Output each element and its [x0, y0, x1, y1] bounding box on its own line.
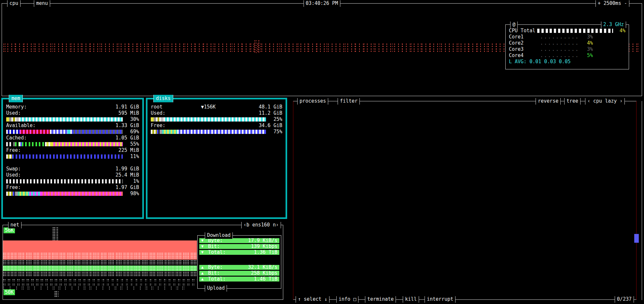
interrupt-button[interactable]: interrupt	[425, 296, 455, 303]
meter-row: 1%	[6, 178, 139, 184]
core-percent: 3%	[579, 34, 593, 40]
stat-value: 1.05 GiB	[116, 135, 139, 141]
core-row: Core3..........3%	[509, 46, 625, 52]
core-percent: 3%	[579, 46, 593, 52]
usage-meter	[6, 192, 123, 196]
meter-segment	[6, 154, 12, 159]
upload-graph-fill	[3, 266, 197, 271]
core-label: Core4	[509, 52, 540, 59]
speed-label: Total:	[208, 277, 226, 282]
upload-graph-cluster	[54, 291, 59, 297]
core-meter-dots: ..........	[540, 46, 579, 52]
core-label: Core2	[509, 40, 540, 46]
core-label: Core3	[509, 46, 540, 52]
meter-row: 69%	[6, 129, 139, 135]
cpu-usage-graph-spike	[254, 40, 260, 53]
memory-stats: Memory:1.91 GiBUsed:595 MiB30%Available:…	[6, 104, 139, 197]
stat-row: Free:1.97 GiB	[6, 184, 139, 191]
meter-percent: 55%	[125, 141, 139, 147]
meter-segment	[151, 130, 157, 134]
download-graph-fill	[3, 240, 197, 260]
kill-button[interactable]: kill	[403, 296, 419, 303]
upload-speed-row: ▲Byte:32.1 KiB/s	[199, 265, 279, 270]
io-activity: ▼156K	[201, 104, 216, 110]
stat-label: Used:	[6, 172, 21, 178]
network-box-title[interactable]: net	[8, 222, 21, 228]
meter-segment	[15, 142, 19, 146]
stat-value: 25.4 MiB	[116, 172, 139, 178]
stat-value: 225 MiB	[119, 147, 139, 153]
filter-button[interactable]: filter	[338, 98, 360, 105]
meter-segment	[72, 130, 123, 134]
meter-percent: 69%	[125, 129, 139, 135]
disks-stats: root▼156K48.1 GiBUsed:11.2 GiB25%Free:34…	[151, 104, 282, 135]
usage-meter	[151, 130, 266, 134]
meter-segment	[156, 117, 161, 122]
stat-value: 1.97 GiB	[116, 184, 139, 191]
cpu-total-percent: 4%	[616, 28, 625, 34]
stat-label: Free:	[6, 184, 21, 191]
meter-row: 55%	[6, 141, 139, 147]
stat-label: root	[151, 104, 162, 110]
stat-label: Used:	[6, 110, 21, 116]
core-percent: 5%	[579, 52, 593, 59]
menu-button[interactable]: menu	[34, 0, 50, 7]
disks-box-title[interactable]: disks	[153, 95, 173, 102]
network-graph-area: 56K 50K Download Upload ▼Byte:17.9 KiB/s…	[3, 225, 283, 299]
graph-braille-row-1	[3, 260, 197, 265]
speed-value: 258 Kibps	[251, 271, 277, 276]
meter-segment	[67, 130, 70, 134]
usage-meter	[6, 117, 123, 122]
process-list-scrollbar-thumb[interactable]	[634, 234, 639, 243]
stat-label: Swap:	[6, 166, 21, 172]
meter-segment	[151, 117, 154, 122]
core-row: Core4..........5%	[509, 52, 625, 59]
speed-value: 1.46 TiB	[254, 277, 277, 282]
download-arrow-icon: ▼	[201, 244, 208, 249]
load-average: L AVG: 0.01 0.03 0.05	[509, 59, 625, 65]
speed-label: Byte:	[208, 265, 223, 270]
meter-segment	[12, 154, 123, 159]
stat-row: Memory:1.91 GiB	[6, 104, 139, 110]
stat-row: Free:34.6 GiB	[151, 123, 282, 129]
stat-label: Free:	[151, 123, 165, 129]
tree-view-button[interactable]: tree	[564, 98, 581, 105]
tab-cpu[interactable]: cpu	[7, 0, 21, 7]
network-interface-switcher[interactable]: ‹b ens160 n›	[241, 222, 281, 228]
upload-arrow-icon: ▲	[201, 277, 208, 282]
speed-value: 1.36 TiB	[254, 250, 277, 255]
reverse-sort-button[interactable]: reverse	[536, 98, 561, 105]
net-speed-panel: Download Upload ▼Byte:17.9 KiB/s▼Bit:139…	[197, 235, 281, 289]
stat-row: Used:25.4 MiB	[6, 172, 139, 178]
select-process-control[interactable]: ↑ select ↓	[296, 296, 329, 303]
download-speed-row: ▼Byte:17.9 KiB/s	[199, 238, 279, 243]
stat-row: Free:225 MiB	[6, 147, 139, 153]
stat-row	[6, 160, 139, 166]
meter-segment	[19, 117, 123, 122]
speed-label: Bit:	[208, 271, 220, 276]
meter-row: 98%	[6, 191, 139, 197]
meter-segment	[6, 192, 13, 196]
tab-processes[interactable]: processes	[297, 98, 328, 105]
process-info-button[interactable]: info □	[336, 296, 358, 303]
speed-value: 32.1 KiB/s	[248, 265, 277, 270]
sort-column-selector[interactable]: ‹ cpu lazy ›	[585, 98, 625, 105]
meter-row: 25%	[151, 116, 282, 123]
process-counter: 0/237	[615, 296, 634, 303]
download-arrow-icon: ▼	[201, 250, 208, 255]
memory-box-title[interactable]: mem	[9, 95, 23, 102]
terminate-button[interactable]: terminate	[365, 296, 396, 303]
stat-value: 34.6 GiB	[259, 123, 282, 129]
stat-label: Free:	[6, 147, 21, 153]
meter-segment	[160, 130, 162, 134]
speed-label: Total:	[208, 250, 226, 255]
graph-braille-row-3	[3, 277, 197, 282]
stat-label: Available:	[6, 123, 35, 129]
stat-value: 1.33 GiB	[116, 123, 139, 129]
speed-rows-gap	[199, 256, 279, 265]
core-meter-dots: ..........	[540, 52, 579, 59]
meter-percent: 98%	[125, 191, 139, 197]
meter-segment	[6, 179, 123, 183]
speed-value: 139 Kibps	[251, 244, 277, 249]
refresh-rate-control[interactable]: + 2500ms -	[595, 0, 629, 7]
